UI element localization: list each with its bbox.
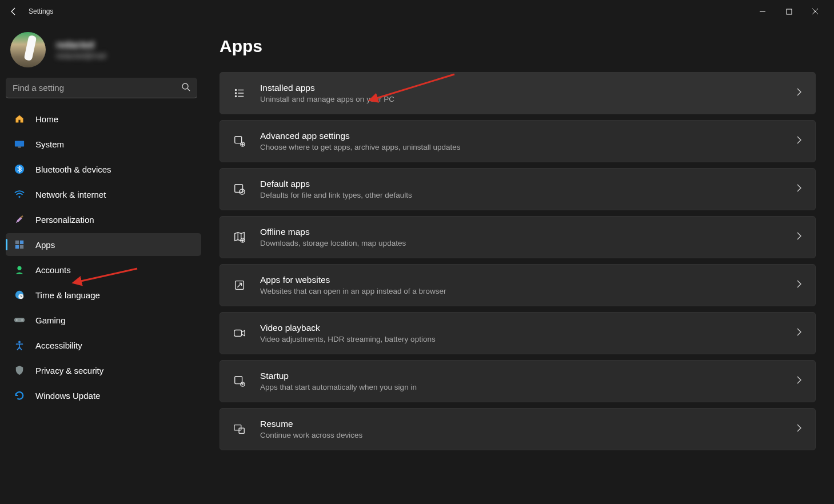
- chevron-right-icon: [796, 183, 803, 195]
- sidebar-item-windows-update[interactable]: Windows Update: [6, 384, 201, 407]
- card-desc: Choose where to get apps, archive apps, …: [260, 143, 782, 151]
- svg-rect-7: [15, 241, 19, 244]
- svg-point-5: [18, 196, 20, 198]
- card-video-playback[interactable]: Video playback Video adjustments, HDR st…: [220, 312, 816, 354]
- back-button[interactable]: [6, 3, 22, 19]
- chevron-right-icon: [796, 87, 803, 99]
- search-icon: [181, 82, 190, 94]
- svg-rect-10: [20, 245, 23, 249]
- card-title: Startup: [260, 371, 782, 381]
- video-icon: [233, 326, 246, 340]
- accessibility-icon: [14, 339, 25, 351]
- sidebar-item-label: Accessibility: [35, 341, 82, 350]
- minimize-button[interactable]: [749, 0, 776, 23]
- chevron-right-icon: [796, 279, 803, 291]
- svg-point-17: [18, 341, 21, 343]
- chevron-right-icon: [796, 231, 803, 243]
- wifi-icon: [14, 189, 25, 200]
- svg-point-19: [235, 93, 236, 94]
- apps-icon: [14, 239, 25, 250]
- svg-point-18: [235, 89, 236, 90]
- card-default-apps[interactable]: Default apps Defaults for file and link …: [220, 168, 816, 210]
- svg-rect-21: [235, 137, 242, 143]
- sidebar: redacted redacted@mail Home System: [0, 23, 206, 504]
- paintbrush-icon: [14, 214, 25, 225]
- shield-icon: [14, 365, 25, 376]
- sidebar-item-accounts[interactable]: Accounts: [6, 258, 201, 281]
- map-icon: [233, 230, 246, 244]
- page-title: Apps: [220, 37, 816, 56]
- sidebar-item-system[interactable]: System: [6, 133, 201, 155]
- svg-rect-31: [239, 428, 244, 433]
- card-desc: Defaults for file and link types, other …: [260, 191, 782, 199]
- content-area: Apps Installed apps Uninstall and manage…: [206, 23, 834, 504]
- person-icon: [14, 264, 25, 275]
- sidebar-item-personalization[interactable]: Personalization: [6, 208, 201, 231]
- card-title: Default apps: [260, 179, 782, 189]
- sidebar-item-label: Network & internet: [35, 190, 106, 199]
- card-title: Video playback: [260, 323, 782, 333]
- bluetooth-icon: [14, 163, 25, 175]
- svg-point-1: [182, 83, 188, 89]
- card-resume[interactable]: Resume Continue work across devices: [220, 408, 816, 450]
- chevron-right-icon: [796, 375, 803, 387]
- user-profile[interactable]: redacted redacted@mail: [6, 29, 201, 75]
- chevron-right-icon: [796, 327, 803, 339]
- card-advanced-app-settings[interactable]: Advanced app settings Choose where to ge…: [220, 120, 816, 162]
- sidebar-item-label: Accounts: [35, 265, 71, 275]
- search-box[interactable]: [6, 78, 197, 98]
- sidebar-item-label: Privacy & security: [35, 366, 103, 375]
- sidebar-item-bluetooth[interactable]: Bluetooth & devices: [6, 158, 201, 181]
- svg-rect-23: [235, 185, 243, 193]
- sidebar-item-label: Windows Update: [35, 391, 100, 401]
- card-offline-maps[interactable]: Offline maps Downloads, storage location…: [220, 216, 816, 258]
- sidebar-item-privacy[interactable]: Privacy & security: [6, 359, 201, 382]
- sidebar-item-network[interactable]: Network & internet: [6, 183, 201, 206]
- advanced-settings-icon: [233, 134, 246, 148]
- titlebar: Settings: [0, 0, 834, 23]
- default-apps-icon: [233, 182, 246, 196]
- app-title: Settings: [29, 7, 53, 15]
- svg-rect-0: [787, 9, 792, 14]
- sidebar-item-apps[interactable]: Apps: [6, 233, 201, 256]
- card-title: Resume: [260, 419, 782, 429]
- card-title: Offline maps: [260, 227, 782, 237]
- nav-list: Home System Bluetooth & devices Network …: [6, 107, 201, 407]
- minimize-icon: [759, 8, 766, 15]
- card-desc: Websites that can open in an app instead…: [260, 287, 782, 295]
- card-desc: Apps that start automatically when you s…: [260, 383, 782, 391]
- sidebar-item-label: Gaming: [35, 315, 66, 325]
- startup-icon: [233, 374, 246, 388]
- svg-rect-27: [234, 330, 242, 337]
- sidebar-item-label: Apps: [35, 240, 55, 250]
- card-desc: Downloads, storage location, map updates: [260, 239, 782, 247]
- sidebar-item-time-language[interactable]: Time & language: [6, 283, 201, 306]
- clock-globe-icon: [14, 289, 25, 301]
- installed-apps-icon: [233, 86, 246, 100]
- user-name: redacted: [56, 40, 106, 50]
- gamepad-icon: [14, 314, 25, 326]
- close-button[interactable]: [802, 0, 828, 23]
- card-startup[interactable]: Startup Apps that start automatically wh…: [220, 360, 816, 402]
- system-icon: [14, 138, 25, 150]
- card-apps-for-websites[interactable]: Apps for websites Websites that can open…: [220, 264, 816, 306]
- card-installed-apps[interactable]: Installed apps Uninstall and manage apps…: [220, 72, 816, 114]
- svg-rect-2: [15, 141, 24, 147]
- sidebar-item-home[interactable]: Home: [6, 107, 201, 130]
- sidebar-item-gaming[interactable]: Gaming: [6, 309, 201, 331]
- avatar: [10, 32, 46, 67]
- svg-rect-8: [20, 241, 23, 244]
- user-email: redacted@mail: [56, 51, 106, 60]
- card-title: Apps for websites: [260, 275, 782, 285]
- sidebar-item-accessibility[interactable]: Accessibility: [6, 334, 201, 357]
- update-icon: [14, 390, 25, 401]
- search-input[interactable]: [13, 83, 181, 93]
- svg-rect-14: [14, 318, 25, 322]
- website-app-icon: [233, 278, 246, 292]
- card-title: Advanced app settings: [260, 131, 782, 141]
- svg-rect-30: [234, 425, 241, 430]
- sidebar-item-label: Home: [35, 114, 58, 124]
- svg-point-16: [21, 319, 22, 321]
- maximize-button[interactable]: [776, 0, 802, 23]
- svg-point-15: [16, 319, 17, 321]
